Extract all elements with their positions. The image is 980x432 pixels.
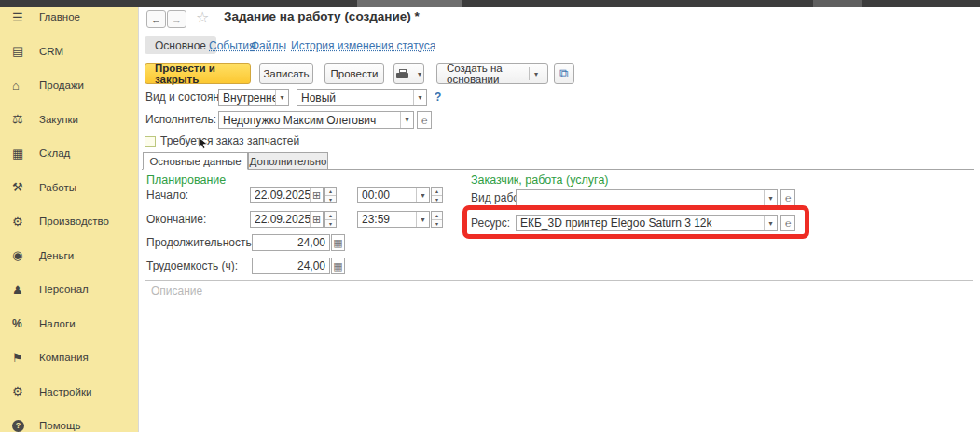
description-textarea[interactable] bbox=[145, 280, 973, 432]
planning-section-title: Планирование bbox=[146, 174, 226, 187]
resource-label: Ресурс: bbox=[471, 215, 510, 232]
open-executor-button[interactable]: ℮ bbox=[417, 111, 432, 129]
forward-arrow-icon: → bbox=[172, 14, 182, 25]
spare-parts-checkbox[interactable] bbox=[145, 136, 156, 147]
tab-files-link[interactable]: Файлы bbox=[251, 39, 286, 52]
start-time-field[interactable]: 00:00 ▾ bbox=[357, 187, 430, 203]
end-time-spinner[interactable]: ▴ ▾ bbox=[431, 211, 443, 228]
chevron-down-icon[interactable]: ▾ bbox=[764, 190, 777, 205]
open-link-icon: ℮ bbox=[421, 115, 428, 126]
company-flag-icon: ⚑ bbox=[12, 351, 31, 365]
start-time-spinner[interactable]: ▴ ▾ bbox=[431, 187, 443, 203]
settings-gear-icon: ⚙ bbox=[12, 384, 31, 398]
spin-up-icon[interactable]: ▴ bbox=[325, 212, 336, 220]
chevron-down-icon[interactable]: ▾ bbox=[416, 212, 429, 227]
purchases-icon: ⚖ bbox=[12, 112, 31, 126]
main-menu-icon: ☰ bbox=[12, 10, 31, 24]
reports-icon: ⧉ bbox=[559, 66, 568, 81]
open-link-icon: ℮ bbox=[785, 217, 792, 229]
write-button[interactable]: Записать bbox=[259, 63, 313, 84]
production-icon: ⚙ bbox=[12, 215, 31, 229]
calendar-icon[interactable]: ⊞ bbox=[310, 188, 323, 202]
page-title: Задание на работу (создание) * bbox=[224, 9, 420, 23]
tab-events-link[interactable]: События bbox=[209, 39, 255, 52]
help-link[interactable]: ? bbox=[435, 91, 441, 104]
tab-additional[interactable]: Дополнительно bbox=[248, 152, 328, 170]
print-menu-button[interactable]: ▾ bbox=[393, 63, 424, 84]
kind-combobox[interactable]: Внутреннее ▾ bbox=[218, 89, 289, 106]
start-label: Начало: bbox=[146, 187, 188, 204]
tab-strip-divider bbox=[142, 169, 974, 170]
effort-calculator-button[interactable]: ▦ bbox=[331, 258, 345, 274]
forward-button[interactable]: → bbox=[167, 10, 186, 28]
sidebar-item-taxes[interactable]: % Налоги bbox=[0, 307, 138, 341]
spin-up-icon[interactable]: ▴ bbox=[432, 188, 442, 196]
start-date-field[interactable]: 22.09.2025 ⊞ bbox=[250, 187, 324, 203]
end-time-field[interactable]: 23:59 ▾ bbox=[357, 211, 430, 228]
customer-section-title: Заказчик, работа (услуга) bbox=[471, 174, 609, 187]
executor-combobox[interactable]: Недопужко Максим Олегович ▾ bbox=[218, 111, 414, 129]
sidebar-item-crm[interactable]: ▤ CRM bbox=[0, 35, 138, 69]
spin-up-icon[interactable]: ▴ bbox=[325, 188, 336, 196]
sidebar-item-personnel[interactable]: ♟ Персонал bbox=[0, 272, 138, 307]
work-type-combobox[interactable]: ▾ bbox=[516, 189, 778, 206]
sidebar-item-settings[interactable]: ⚙ Настройки bbox=[0, 375, 138, 410]
spin-up-icon[interactable]: ▴ bbox=[432, 212, 442, 220]
works-icon: ⚒ bbox=[12, 180, 31, 194]
favorite-star-icon[interactable]: ☆ bbox=[196, 8, 209, 26]
tab-main[interactable]: Основное bbox=[145, 36, 216, 54]
tab-status-history-link[interactable]: История изменения статуса bbox=[291, 39, 435, 52]
start-date-spinner[interactable]: ▴ ▾ bbox=[324, 187, 337, 203]
effort-label: Трудоемкость (ч): bbox=[146, 258, 238, 275]
duration-field[interactable]: 24,00 bbox=[252, 234, 330, 251]
back-arrow-icon: ← bbox=[151, 14, 161, 25]
money-icon: ◉ bbox=[12, 248, 31, 262]
taxes-icon: % bbox=[12, 317, 31, 330]
help-icon: ? bbox=[12, 420, 24, 432]
back-button[interactable]: ← bbox=[146, 10, 166, 28]
effort-field[interactable]: 24,00 bbox=[252, 258, 330, 274]
printer-icon bbox=[396, 69, 408, 78]
sidebar-item-warehouse[interactable]: ▦ Склад bbox=[0, 136, 138, 171]
create-based-on-button[interactable]: Создать на основании ▾ bbox=[436, 63, 548, 84]
create-based-dropdown-arrow-icon: ▾ bbox=[534, 70, 538, 78]
spin-down-icon[interactable]: ▾ bbox=[325, 220, 336, 228]
post-button[interactable]: Провести bbox=[324, 63, 384, 84]
sidebar-item-company[interactable]: ⚑ Компания bbox=[0, 341, 138, 375]
end-date-field[interactable]: 22.09.2025 ⊞ bbox=[250, 211, 324, 228]
window-strip-segment bbox=[357, 0, 462, 7]
window-title-strip bbox=[0, 0, 980, 7]
end-label: Окончание: bbox=[146, 211, 206, 229]
sales-icon: ⌂ bbox=[12, 78, 31, 92]
reports-button[interactable]: ⧉ bbox=[554, 63, 574, 84]
post-and-close-button[interactable]: Провести и закрыть bbox=[145, 63, 251, 84]
sidebar-item-help[interactable]: ? Помощь bbox=[0, 409, 138, 432]
chevron-down-icon[interactable]: ▾ bbox=[416, 188, 429, 202]
chevron-down-icon[interactable]: ▾ bbox=[764, 216, 777, 230]
calculator-icon: ▦ bbox=[333, 237, 342, 249]
calendar-icon[interactable]: ⊞ bbox=[310, 212, 323, 227]
spin-down-icon[interactable]: ▾ bbox=[432, 220, 442, 228]
resource-combobox[interactable]: ЕКБ_3D принтер Elegoo Saturn 3 12k ▾ bbox=[516, 215, 778, 231]
sidebar-item-sales[interactable]: ⌂ Продажи bbox=[0, 68, 138, 103]
sidebar-item-works[interactable]: ⚒ Работы bbox=[0, 171, 138, 205]
calculator-icon: ▦ bbox=[333, 260, 342, 272]
end-date-spinner[interactable]: ▴ ▾ bbox=[324, 211, 337, 228]
chevron-down-icon[interactable]: ▾ bbox=[400, 112, 413, 128]
open-work-type-button[interactable]: ℮ bbox=[780, 189, 795, 206]
personnel-icon: ♟ bbox=[12, 283, 31, 297]
chevron-down-icon[interactable]: ▾ bbox=[275, 90, 288, 105]
tab-main-data[interactable]: Основные данные bbox=[143, 152, 248, 170]
sidebar-item-production[interactable]: ⚙ Производство bbox=[0, 204, 138, 239]
window-strip-segment bbox=[813, 0, 862, 7]
sidebar-item-purchases[interactable]: ⚖ Закупки bbox=[0, 103, 138, 137]
spin-down-icon[interactable]: ▾ bbox=[432, 196, 442, 203]
sidebar-item-money[interactable]: ◉ Деньги bbox=[0, 239, 138, 273]
duration-calculator-button[interactable]: ▦ bbox=[331, 234, 345, 251]
state-combobox[interactable]: Новый ▾ bbox=[297, 89, 427, 106]
open-resource-button[interactable]: ℮ bbox=[780, 215, 795, 231]
spin-down-icon[interactable]: ▾ bbox=[325, 196, 336, 203]
chevron-down-icon[interactable]: ▾ bbox=[413, 90, 426, 105]
executor-label: Исполнитель: bbox=[145, 111, 216, 129]
section-sidebar: ☰ Главное ▤ CRM ⌂ Продажи ⚖ Закупки ▦ Ск… bbox=[0, 0, 138, 432]
